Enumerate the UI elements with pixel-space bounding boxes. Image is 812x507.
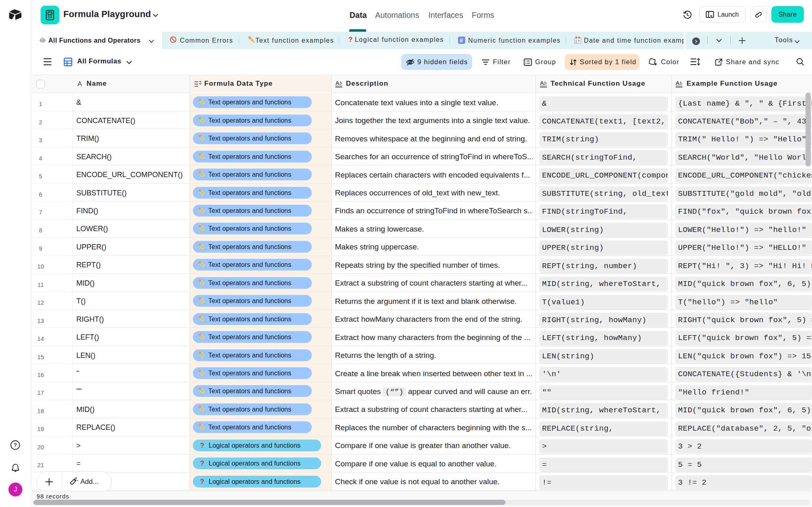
- svg-text:?: ?: [13, 442, 17, 448]
- svg-text:b: b: [680, 80, 682, 86]
- svg-text:17: 17: [575, 39, 580, 43]
- svg-text:A: A: [335, 80, 339, 86]
- svg-text:b: b: [544, 80, 546, 86]
- svg-text:b: b: [339, 80, 342, 86]
- svg-text:A: A: [676, 80, 680, 86]
- svg-text:A: A: [540, 80, 544, 86]
- svg-text:#: #: [460, 37, 464, 43]
